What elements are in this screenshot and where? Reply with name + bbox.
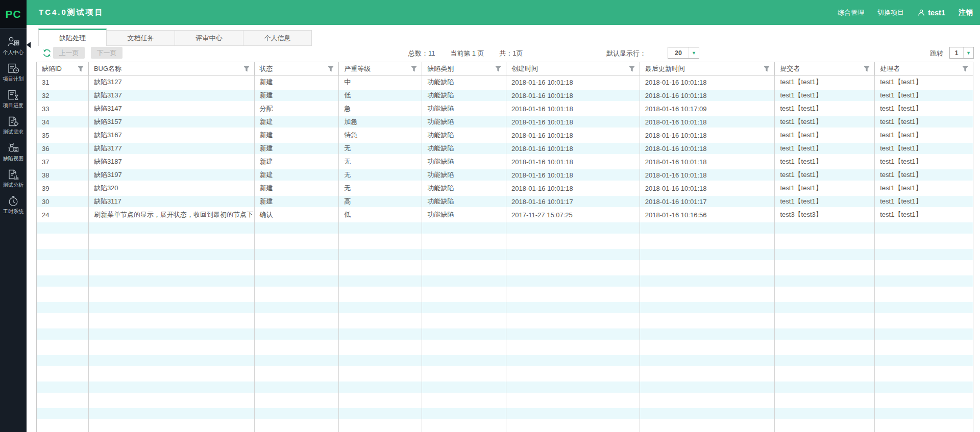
filter-icon[interactable] <box>495 66 501 72</box>
prev-page-button[interactable]: 上一页 <box>53 47 85 59</box>
user-icon <box>917 9 925 17</box>
table-cell <box>37 407 89 420</box>
table-cell <box>339 341 422 354</box>
tab-2[interactable]: 评审中心 <box>175 30 243 46</box>
table-cell: 2018-01-16 10:01:18 <box>506 182 640 195</box>
table-row[interactable]: 32缺陷3137新建低功能缺陷2018-01-16 10:01:182018-0… <box>37 89 973 102</box>
table-cell <box>89 420 255 432</box>
table-cell <box>506 221 640 235</box>
table-row[interactable]: 33缺陷3147分配急功能缺陷2018-01-16 10:01:182018-0… <box>37 102 973 115</box>
table-cell: 功能缺陷 <box>422 155 506 168</box>
sidebar-item-user-center[interactable]: 个人中心 <box>0 33 27 59</box>
table-row[interactable]: 36缺陷3177新建无功能缺陷2018-01-16 10:01:182018-0… <box>37 142 973 155</box>
table-row[interactable]: 39缺陷320新建无功能缺陷2018-01-16 10:01:182018-01… <box>37 182 973 195</box>
refresh-icon[interactable] <box>42 48 52 58</box>
tab-1[interactable]: 文档任务 <box>107 30 175 46</box>
table-cell: 36 <box>37 142 89 155</box>
tab-3[interactable]: 个人信息 <box>243 30 312 46</box>
table-cell <box>875 248 973 261</box>
filter-icon[interactable] <box>864 66 870 72</box>
sidebar-item-test-requirement[interactable]: 测试需求 <box>0 112 27 139</box>
tab-0[interactable]: 缺陷处理 <box>38 29 107 46</box>
table-row-empty <box>37 420 973 432</box>
table-cell <box>255 341 339 354</box>
column-header-0[interactable]: 缺陷ID <box>37 62 89 75</box>
filter-icon[interactable] <box>962 66 968 72</box>
username: test1 <box>928 9 945 17</box>
table-cell <box>89 221 255 235</box>
column-header-5[interactable]: 创建时间 <box>506 62 640 75</box>
rows-per-page-select[interactable]: 20 ▼ <box>668 47 699 59</box>
table-cell: test1【test1】 <box>775 102 875 115</box>
column-header-3[interactable]: 严重等级 <box>339 62 422 75</box>
column-header-6[interactable]: 最后更新时间 <box>640 62 775 75</box>
filter-icon[interactable] <box>328 66 334 72</box>
table-cell <box>89 341 255 354</box>
column-header-2[interactable]: 状态 <box>255 62 339 75</box>
table-row[interactable]: 34缺陷3157新建加急功能缺陷2018-01-16 10:01:182018-… <box>37 115 973 129</box>
management-link[interactable]: 综合管理 <box>838 8 864 17</box>
table-cell <box>89 288 255 301</box>
table-row[interactable]: 37缺陷3187新建无功能缺陷2018-01-16 10:01:182018-0… <box>37 155 973 168</box>
table-cell <box>422 380 506 394</box>
next-page-button[interactable]: 下一页 <box>91 47 122 59</box>
table-cell <box>875 221 973 235</box>
column-header-7[interactable]: 提交者 <box>775 62 875 75</box>
sidebar-item-project-progress[interactable]: 项目进度 <box>0 86 27 112</box>
table-cell <box>875 261 973 274</box>
test-analysis-icon <box>7 168 19 181</box>
switch-project-link[interactable]: 切换项目 <box>877 8 904 17</box>
table-cell <box>775 341 875 354</box>
table-cell <box>506 235 640 248</box>
table-row[interactable]: 24刷新菜单节点的显示，展开状态，收回到最初的节点下确认低功能缺陷2017-11… <box>37 208 973 221</box>
table-cell <box>640 367 775 380</box>
column-header-label: 缺陷ID <box>42 64 62 73</box>
column-header-8[interactable]: 处理者 <box>875 62 973 75</box>
table-cell: 缺陷3137 <box>89 89 255 102</box>
table-cell <box>339 314 422 327</box>
filter-icon[interactable] <box>629 66 635 72</box>
user-menu[interactable]: test1 <box>917 9 945 17</box>
table-cell <box>37 248 89 261</box>
app-logo[interactable]: PC <box>0 0 27 29</box>
table-cell <box>875 274 973 288</box>
table-cell <box>640 288 775 301</box>
table-cell: 32 <box>37 89 89 102</box>
table-row[interactable]: 30缺陷3117新建高功能缺陷2018-01-16 10:01:172018-0… <box>37 195 973 208</box>
table-row-empty <box>37 341 973 354</box>
filter-icon[interactable] <box>411 66 417 72</box>
sidebar-item-defect-view[interactable]: 缺陷视图 <box>0 139 27 165</box>
table-cell: test1【test1】 <box>875 129 973 142</box>
table-cell: test1【test1】 <box>875 115 973 129</box>
table-cell: 2018-01-16 10:16:56 <box>640 208 775 221</box>
column-header-label: 处理者 <box>880 64 900 73</box>
table-row[interactable]: 38缺陷3197新建无功能缺陷2018-01-16 10:01:182018-0… <box>37 168 973 182</box>
table-cell: 37 <box>37 155 89 168</box>
logout-link[interactable]: 注销 <box>959 8 973 17</box>
filter-icon[interactable] <box>243 66 250 72</box>
table-row-empty <box>37 261 973 274</box>
table-cell: 2018-01-16 10:01:18 <box>640 142 775 155</box>
table-cell <box>775 301 875 314</box>
top-bar: TC4.0测试项目 综合管理 切换项目 test1 注销 <box>27 0 980 25</box>
sidebar-item-project-plan[interactable]: 项目计划 <box>0 59 27 86</box>
table-cell: test1【test1】 <box>775 195 875 208</box>
table-cell: 急 <box>339 102 422 115</box>
filter-icon[interactable] <box>78 66 84 72</box>
column-header-4[interactable]: 缺陷类别 <box>422 62 506 75</box>
rows-per-page-label: 默认显示行： <box>606 49 646 58</box>
sidebar-item-test-analysis[interactable]: 测试分析 <box>0 165 27 192</box>
table-row-empty <box>37 394 973 407</box>
table-row[interactable]: 35缺陷3167新建特急功能缺陷2018-01-16 10:01:182018-… <box>37 129 973 142</box>
sidebar-item-label: 测试需求 <box>3 129 23 135</box>
table-cell <box>875 354 973 367</box>
sidebar: PC 个人中心 项目计划 项目进度 测试需求 缺陷视图 测试分析 工时系统 <box>0 0 27 432</box>
table-cell: 新建 <box>255 142 339 155</box>
table-row[interactable]: 31缺陷3127新建中功能缺陷2018-01-16 10:01:182018-0… <box>37 75 973 89</box>
column-header-1[interactable]: BUG名称 <box>89 62 255 75</box>
rows-per-page-value: 20 <box>668 49 689 57</box>
jump-page-select[interactable]: 1 ▼ <box>949 47 974 59</box>
filter-icon[interactable] <box>764 66 770 72</box>
sidebar-item-work-hours[interactable]: 工时系统 <box>0 192 27 218</box>
table-cell: 33 <box>37 102 89 115</box>
